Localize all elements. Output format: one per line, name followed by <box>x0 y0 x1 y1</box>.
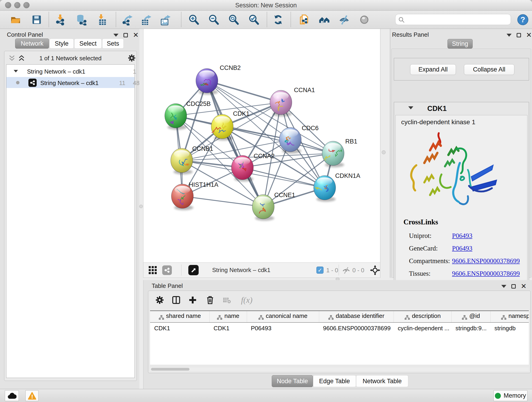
zoom-selected-button[interactable] <box>247 13 260 26</box>
network-node[interactable]: CCNB2 <box>196 64 241 95</box>
status-bar: Memory <box>0 389 532 402</box>
network-edge[interactable] <box>182 196 263 207</box>
export-image-button[interactable] <box>159 13 172 26</box>
tree-expand-icon[interactable] <box>14 70 18 72</box>
panel-float-icon[interactable] <box>123 33 128 37</box>
zoom-fit-button[interactable] <box>227 13 240 26</box>
section-collapse-icon[interactable] <box>408 106 413 109</box>
column-header[interactable]: name <box>209 311 247 322</box>
network-node[interactable]: CDC6 <box>279 125 319 153</box>
left-splitter[interactable] <box>139 29 143 389</box>
selected-checkbox-icon[interactable]: ✓ <box>317 267 323 274</box>
table-gear-icon[interactable] <box>154 294 166 306</box>
show-hidden-button[interactable] <box>358 13 371 26</box>
network-from-clipboard-button[interactable] <box>298 13 311 26</box>
network-node[interactable]: HIST1H1A <box>171 181 218 210</box>
table-cell[interactable]: stringdb <box>490 322 529 334</box>
panel-float-icon[interactable] <box>517 33 521 37</box>
delete-table-icon[interactable] <box>221 294 233 306</box>
network-canvas[interactable]: CCNB2CCNA1CDC25BCDK1CDC6RB1CCNB1CCNA2CDK… <box>143 29 380 262</box>
cdk1-section-header[interactable]: CDK1 <box>394 102 529 115</box>
show-all-networks-button[interactable] <box>318 13 331 26</box>
crosslink-link[interactable]: P06493 <box>452 232 472 240</box>
cloud-button[interactable] <box>5 390 19 401</box>
add-column-icon[interactable] <box>187 294 199 306</box>
table-cell[interactable]: stringdb:9... <box>451 322 490 334</box>
tab-edge-table[interactable]: Edge Table <box>313 375 356 387</box>
hidden-node-edge-counts: 0 - 0 <box>352 267 364 274</box>
tab-network[interactable]: Network <box>15 38 49 49</box>
save-session-button[interactable] <box>30 13 43 26</box>
birdseye-view-icon[interactable] <box>188 265 199 275</box>
edge-count: 48 <box>133 80 139 87</box>
network-view-row[interactable]: String Network – cdk1 11 48 <box>6 77 134 88</box>
memory-button[interactable]: Memory <box>494 390 527 401</box>
table-row[interactable]: CDK1CDK1P064939606.ENSP00000378699cyclin… <box>150 322 529 334</box>
column-header[interactable]: database identifier <box>319 311 394 322</box>
column-header[interactable]: shared name <box>150 311 209 322</box>
crosslink-link[interactable]: 9606.ENSP00000378699 <box>452 257 520 265</box>
protein-structure-image <box>403 128 503 216</box>
pan-crosshair-icon[interactable] <box>370 265 380 276</box>
table-cell[interactable]: CDK1 <box>209 322 247 334</box>
gear-icon[interactable] <box>127 53 136 63</box>
network-node[interactable]: CCNE1 <box>252 191 295 221</box>
panel-close-icon[interactable]: ✕ <box>133 32 139 38</box>
import-table-button[interactable] <box>95 13 108 26</box>
table-h-scrollbar[interactable] <box>150 367 529 371</box>
import-database-button[interactable] <box>75 13 88 26</box>
column-header[interactable]: @id <box>451 311 490 322</box>
network-node[interactable]: CDKN1A <box>314 172 360 202</box>
column-header[interactable]: canonical name <box>247 311 319 322</box>
right-splitter-handle[interactable] <box>382 150 386 154</box>
tab-node-table[interactable]: Node Table <box>272 375 313 387</box>
network-node[interactable]: CCNB1 <box>171 145 213 174</box>
search-input[interactable] <box>406 15 509 24</box>
panel-close-icon[interactable]: ✕ <box>526 32 532 38</box>
left-splitter-handle[interactable] <box>139 205 143 208</box>
panel-menu-icon[interactable] <box>114 34 119 37</box>
function-builder-icon[interactable]: f(x) <box>238 294 256 306</box>
refresh-button[interactable] <box>272 13 285 26</box>
network-node[interactable]: CCNA1 <box>270 87 315 116</box>
column-header[interactable]: namespace <box>490 311 529 322</box>
tab-sets[interactable]: Sets <box>102 38 124 49</box>
selected-node-edge-counts: 1 - 0 <box>326 267 338 274</box>
panel-close-icon[interactable]: ✕ <box>521 284 526 289</box>
table-h-scrollbar-thumb[interactable] <box>151 368 190 370</box>
crosslink-link[interactable]: 9606.ENSP00000378699 <box>452 270 520 277</box>
panel-menu-icon[interactable] <box>507 34 512 37</box>
hide-selected-button[interactable] <box>338 13 351 26</box>
zoom-out-button[interactable] <box>207 13 220 26</box>
network-node[interactable]: CDK1 <box>211 110 249 140</box>
table-cell[interactable]: CDK1 <box>150 322 209 334</box>
table-cell[interactable]: cyclin-dependent ... <box>394 322 451 334</box>
warnings-button[interactable] <box>25 390 38 401</box>
tab-style[interactable]: Style <box>50 38 74 49</box>
export-network-button[interactable] <box>121 13 134 26</box>
network-node[interactable]: RB1 <box>322 138 357 167</box>
grid-view-icon[interactable] <box>148 265 158 276</box>
panel-menu-icon[interactable] <box>501 285 506 288</box>
delete-column-icon[interactable] <box>204 294 216 306</box>
tab-network-table[interactable]: Network Table <box>356 375 408 387</box>
table-cell[interactable]: 9606.ENSP00000378699 <box>319 322 394 334</box>
network-edge[interactable] <box>207 81 281 102</box>
table-cell[interactable]: P06493 <box>247 322 319 334</box>
node-label: CDKN1A <box>335 172 360 179</box>
collapse-all-button[interactable]: Collapse All <box>464 64 514 75</box>
expand-all-button[interactable]: Expand All <box>410 64 456 75</box>
help-button[interactable]: ? <box>516 13 529 26</box>
zoom-in-button[interactable] <box>187 13 200 26</box>
network-share-icon[interactable] <box>162 265 172 275</box>
crosslink-link[interactable]: P06493 <box>452 245 472 252</box>
tab-string[interactable]: String <box>447 39 473 49</box>
export-table-button[interactable] <box>140 13 153 26</box>
tab-select[interactable]: Select <box>74 38 102 49</box>
column-header[interactable]: description <box>394 311 451 322</box>
network-collection-row[interactable]: String Network – cdk1 1 <box>6 66 134 77</box>
show-columns-icon[interactable] <box>170 294 182 306</box>
panel-float-icon[interactable] <box>511 284 516 288</box>
import-network-button[interactable] <box>54 13 67 26</box>
open-session-button[interactable] <box>9 13 22 26</box>
